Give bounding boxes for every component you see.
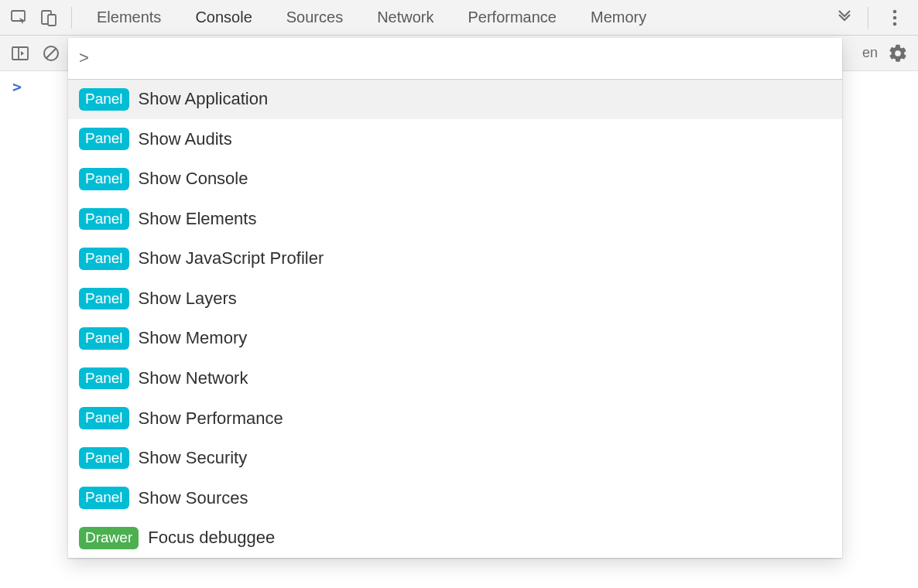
tab-label: Sources	[286, 9, 343, 26]
command-item-show-layers[interactable]: Panel Show Layers	[68, 279, 842, 319]
command-item-show-security[interactable]: Panel Show Security	[68, 438, 842, 478]
command-item-show-memory[interactable]: Panel Show Memory	[68, 319, 842, 359]
device-toggle-icon[interactable]	[34, 3, 63, 32]
svg-rect-2	[48, 15, 56, 26]
svg-point-5	[893, 22, 897, 26]
tab-sources[interactable]: Sources	[269, 0, 360, 35]
command-item-label: Show Console	[139, 169, 248, 189]
kebab-menu-icon[interactable]	[876, 0, 913, 36]
console-prompt[interactable]: >	[12, 77, 22, 96]
command-item-show-network[interactable]: Panel Show Network	[68, 358, 842, 398]
sidebar-toggle-icon[interactable]	[5, 39, 36, 68]
tab-network[interactable]: Network	[360, 0, 450, 35]
svg-line-9	[46, 48, 57, 58]
tab-console[interactable]: Console	[178, 0, 269, 35]
tab-memory[interactable]: Memory	[574, 0, 663, 35]
svg-point-3	[893, 9, 897, 13]
command-item-show-javascript-profiler[interactable]: Panel Show JavaScript Profiler	[68, 239, 842, 279]
tab-bar-divider	[71, 7, 72, 29]
command-item-label: Show Application	[139, 89, 269, 109]
badge-panel: Panel	[79, 487, 129, 509]
badge-panel: Panel	[79, 447, 129, 470]
badge-panel: Panel	[79, 368, 129, 390]
command-item-show-sources[interactable]: Panel Show Sources	[68, 478, 842, 518]
tab-bar-divider-right	[868, 7, 868, 29]
command-item-label: Show Network	[139, 368, 248, 388]
tab-label: Memory	[591, 9, 646, 26]
settings-gear-icon[interactable]	[882, 39, 913, 68]
command-item-label: Show JavaScript Profiler	[139, 248, 324, 268]
command-item-label: Show Performance	[139, 409, 283, 429]
inspect-icon[interactable]	[5, 3, 34, 32]
command-item-label: Show Audits	[139, 129, 232, 149]
command-item-show-application[interactable]: Panel Show Application	[68, 80, 842, 120]
devtools-tab-bar: Elements Console Sources Network Perform…	[0, 0, 918, 36]
command-item-label: Show Security	[139, 448, 248, 468]
command-menu-search-row: >	[68, 38, 842, 80]
command-item-label: Show Elements	[139, 209, 257, 229]
command-menu: > Panel Show Application Panel Show Audi…	[68, 38, 842, 558]
badge-panel: Panel	[79, 407, 129, 429]
command-menu-input[interactable]	[92, 48, 831, 68]
tab-performance[interactable]: Performance	[451, 0, 574, 35]
tab-label: Console	[195, 9, 252, 26]
svg-point-4	[893, 15, 897, 19]
badge-panel: Panel	[79, 327, 129, 350]
tab-label: Performance	[468, 9, 557, 26]
command-prefix: >	[79, 48, 92, 68]
command-item-label: Show Sources	[139, 488, 248, 508]
badge-panel: Panel	[79, 128, 129, 150]
badge-panel: Panel	[79, 168, 129, 190]
command-item-show-performance[interactable]: Panel Show Performance	[68, 398, 842, 439]
command-item-label: Show Layers	[139, 289, 237, 309]
tab-label: Elements	[97, 9, 161, 26]
svg-rect-0	[12, 11, 25, 21]
badge-panel: Panel	[79, 248, 129, 270]
panel-tabs: Elements Console Sources Network Perform…	[80, 0, 829, 35]
badge-panel: Panel	[79, 208, 129, 231]
command-item-focus-debuggee[interactable]: Drawer Focus debuggee	[68, 518, 842, 558]
tab-elements[interactable]: Elements	[80, 0, 178, 35]
clear-console-icon[interactable]	[36, 39, 67, 68]
command-item-show-audits[interactable]: Panel Show Audits	[68, 119, 842, 159]
badge-panel: Panel	[79, 288, 129, 310]
tab-label: Network	[377, 9, 433, 26]
command-item-show-elements[interactable]: Panel Show Elements	[68, 199, 842, 239]
badge-panel: Panel	[79, 88, 129, 111]
command-item-label: Focus debuggee	[148, 528, 275, 548]
svg-rect-6	[12, 47, 28, 60]
command-menu-results: Panel Show Application Panel Show Audits…	[68, 80, 842, 558]
command-item-label: Show Memory	[139, 328, 248, 348]
command-item-show-console[interactable]: Panel Show Console	[68, 159, 842, 200]
toolbar-hidden-text: en	[858, 45, 882, 61]
more-tabs-button[interactable]	[829, 9, 860, 27]
badge-drawer: Drawer	[79, 527, 139, 549]
